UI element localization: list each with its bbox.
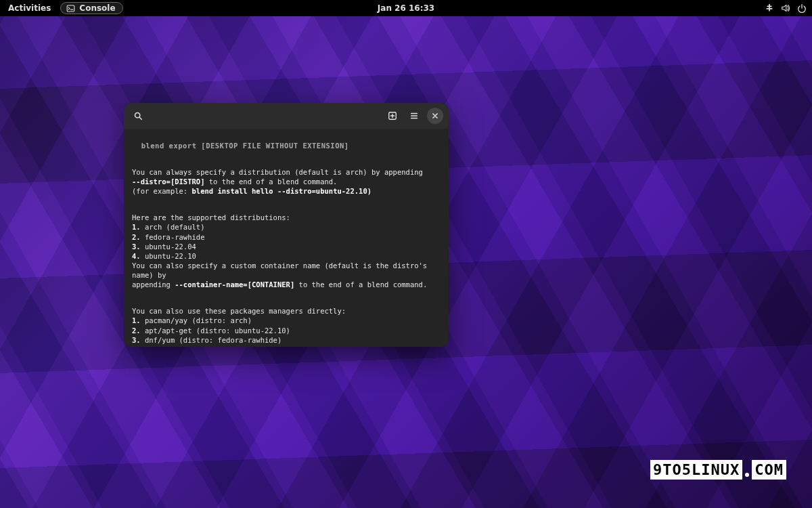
- watermark-dot: [745, 473, 749, 477]
- console-window: blend export [DESKTOP FILE WITHOUT EXTEN…: [124, 103, 449, 347]
- term-line: appending: [132, 280, 175, 289]
- term-line: You can also use these packages managers…: [132, 307, 346, 315]
- term-line: dnf/yum (distro: fedora-rawhide): [141, 336, 282, 344]
- term-line: arch (default): [141, 223, 205, 231]
- term-line: apt/apt-get (distro: ubuntu-22.10): [141, 326, 290, 335]
- term-bold: 2.: [132, 233, 141, 241]
- focused-app-pill[interactable]: Console: [60, 2, 122, 14]
- new-tab-button[interactable]: [384, 107, 401, 125]
- term-bold: blend install hello --distro=ubuntu-22.1…: [192, 187, 372, 195]
- network-wired-icon[interactable]: [765, 3, 774, 13]
- svg-rect-0: [68, 5, 75, 12]
- clock[interactable]: Jan 26 16:33: [378, 3, 434, 13]
- volume-icon[interactable]: [781, 3, 790, 13]
- focused-app-label: Console: [79, 3, 115, 13]
- term-line: blend export [DESKTOP FILE WITHOUT EXTEN…: [132, 142, 349, 150]
- power-icon[interactable]: [797, 3, 807, 13]
- term-bold: 3.: [132, 336, 141, 344]
- term-bold: --container-name=[CONTAINER]: [175, 280, 294, 289]
- term-bold: 2.: [132, 326, 141, 335]
- watermark: 9TO5LINUX COM: [650, 460, 786, 480]
- term-line: Here are the supported distributions:: [132, 213, 290, 221]
- activities-button[interactable]: Activities: [5, 2, 53, 14]
- term-line: You can always specify a distribution (d…: [132, 168, 423, 176]
- term-bold: 3.: [132, 242, 141, 251]
- term-bold: 1.: [132, 223, 141, 231]
- top-bar: Activities Console Jan 26 16:33: [0, 0, 812, 16]
- watermark-text-b: COM: [752, 460, 786, 480]
- terminal-output[interactable]: blend export [DESKTOP FILE WITHOUT EXTEN…: [124, 129, 449, 347]
- search-button[interactable]: [129, 107, 147, 125]
- term-line: (for example:: [132, 187, 192, 195]
- watermark-text-a: 9TO5LINUX: [650, 460, 742, 480]
- menu-button[interactable]: [405, 107, 423, 125]
- console-titlebar: [124, 103, 449, 129]
- term-line: You can also specify a custom container …: [132, 261, 432, 279]
- close-button[interactable]: [427, 108, 443, 124]
- term-line: fedora-rawhide: [141, 233, 205, 241]
- term-line: However, you'll need to manually export …: [132, 345, 376, 347]
- term-bold: 1.: [132, 316, 141, 324]
- term-line: ubuntu-22.04: [141, 242, 196, 251]
- term-bold: --distro=[DISTRO]: [132, 177, 204, 186]
- term-line: to the end of a blend command.: [204, 177, 337, 186]
- term-bold: 4.: [132, 252, 141, 260]
- terminal-icon: [66, 4, 75, 13]
- term-line: ubuntu-22.10: [141, 252, 196, 260]
- term-line: pacman/yay (distro: arch): [141, 316, 252, 324]
- term-line: to the end of a blend command.: [294, 280, 427, 289]
